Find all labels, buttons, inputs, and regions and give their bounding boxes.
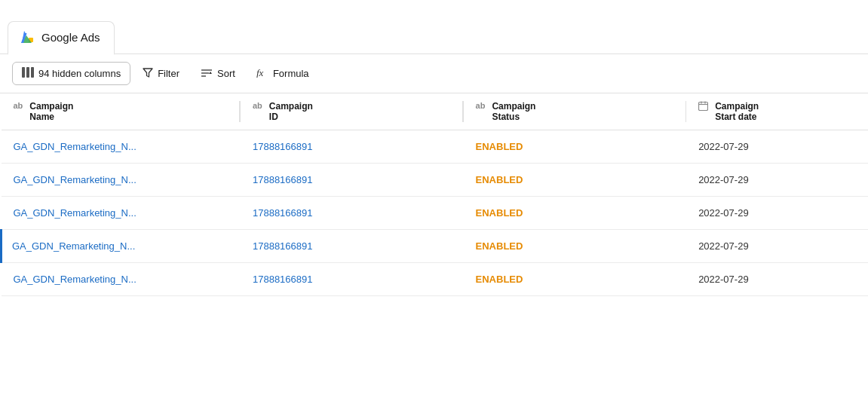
formula-label: Formula xyxy=(273,68,309,79)
type-icon-ab-status: ab xyxy=(476,101,486,110)
cell-campaign-status: ENABLED xyxy=(464,130,687,164)
svg-rect-7 xyxy=(31,67,34,78)
svg-rect-5 xyxy=(22,67,25,78)
cell-campaign-status: ENABLED xyxy=(464,197,687,230)
col-label-date: CampaignStart date xyxy=(715,101,759,122)
hidden-columns-label: 94 hidden columns xyxy=(38,68,121,79)
cell-campaign-start-date: 2022-07-29 xyxy=(686,230,868,263)
sort-label: Sort xyxy=(217,68,235,79)
sort-button[interactable]: Sort xyxy=(192,63,244,84)
column-header-campaign-id[interactable]: ab CampaignID xyxy=(241,93,464,130)
cell-campaign-name[interactable]: GA_GDN_Remarketing_N... xyxy=(2,197,241,230)
col-label-name: CampaignName xyxy=(29,101,73,122)
column-header-campaign-start-date[interactable]: CampaignStart date xyxy=(686,93,868,130)
cell-campaign-name[interactable]: GA_GDN_Remarketing_N... xyxy=(2,230,241,263)
column-header-campaign-status[interactable]: ab CampaignStatus xyxy=(464,93,687,130)
type-icon-cal-date xyxy=(698,101,708,111)
filter-icon xyxy=(143,68,153,80)
hidden-columns-button[interactable]: 94 hidden columns xyxy=(12,62,130,85)
col-label-id: CampaignID xyxy=(269,101,313,122)
tab-bar: Google Ads xyxy=(0,0,868,54)
cell-campaign-start-date: 2022-07-29 xyxy=(686,130,868,164)
cell-campaign-id[interactable]: 17888166891 xyxy=(241,130,464,164)
filter-label: Filter xyxy=(158,68,179,79)
cell-campaign-status: ENABLED xyxy=(464,164,687,197)
toolbar: 94 hidden columns Filter Sort fx Formula xyxy=(0,54,868,93)
table-row: GA_GDN_Remarketing_N...17888166891ENABLE… xyxy=(2,263,869,296)
google-ads-icon xyxy=(19,29,35,46)
cell-campaign-name[interactable]: GA_GDN_Remarketing_N... xyxy=(2,164,241,197)
cell-campaign-name[interactable]: GA_GDN_Remarketing_N... xyxy=(2,263,241,296)
type-icon-ab-name: ab xyxy=(14,101,23,110)
cell-campaign-start-date: 2022-07-29 xyxy=(686,164,868,197)
formula-icon: fx xyxy=(256,67,268,80)
column-header-campaign-name[interactable]: ab CampaignName xyxy=(2,93,241,130)
cell-campaign-id[interactable]: 17888166891 xyxy=(241,197,464,230)
table-container: ab CampaignName ab CampaignID ab Campaig… xyxy=(0,93,868,413)
svg-rect-6 xyxy=(26,67,29,78)
col-label-status: CampaignStatus xyxy=(492,101,535,122)
svg-rect-12 xyxy=(699,102,708,111)
table-body: GA_GDN_Remarketing_N...17888166891ENABLE… xyxy=(2,130,869,296)
svg-text:fx: fx xyxy=(256,67,264,78)
columns-icon xyxy=(22,67,34,80)
sort-icon xyxy=(201,68,213,80)
cell-campaign-id[interactable]: 17888166891 xyxy=(241,230,464,263)
table-row: GA_GDN_Remarketing_N...17888166891ENABLE… xyxy=(2,130,869,164)
table-header-row: ab CampaignName ab CampaignID ab Campaig… xyxy=(2,93,869,130)
data-table: ab CampaignName ab CampaignID ab Campaig… xyxy=(0,93,868,296)
table-row: GA_GDN_Remarketing_N...17888166891ENABLE… xyxy=(2,230,869,263)
table-row: GA_GDN_Remarketing_N...17888166891ENABLE… xyxy=(2,197,869,230)
formula-button[interactable]: fx Formula xyxy=(247,63,318,84)
cell-campaign-name[interactable]: GA_GDN_Remarketing_N... xyxy=(2,130,241,164)
cell-campaign-start-date: 2022-07-29 xyxy=(686,263,868,296)
type-icon-ab-id: ab xyxy=(253,101,262,110)
tab-label: Google Ads xyxy=(41,31,100,44)
cell-campaign-start-date: 2022-07-29 xyxy=(686,197,868,230)
google-ads-tab[interactable]: Google Ads xyxy=(8,21,115,55)
cell-campaign-id[interactable]: 17888166891 xyxy=(241,164,464,197)
cell-campaign-id[interactable]: 17888166891 xyxy=(241,263,464,296)
table-row: GA_GDN_Remarketing_N...17888166891ENABLE… xyxy=(2,164,869,197)
cell-campaign-status: ENABLED xyxy=(464,263,687,296)
cell-campaign-status: ENABLED xyxy=(464,230,687,263)
filter-button[interactable]: Filter xyxy=(133,63,189,84)
